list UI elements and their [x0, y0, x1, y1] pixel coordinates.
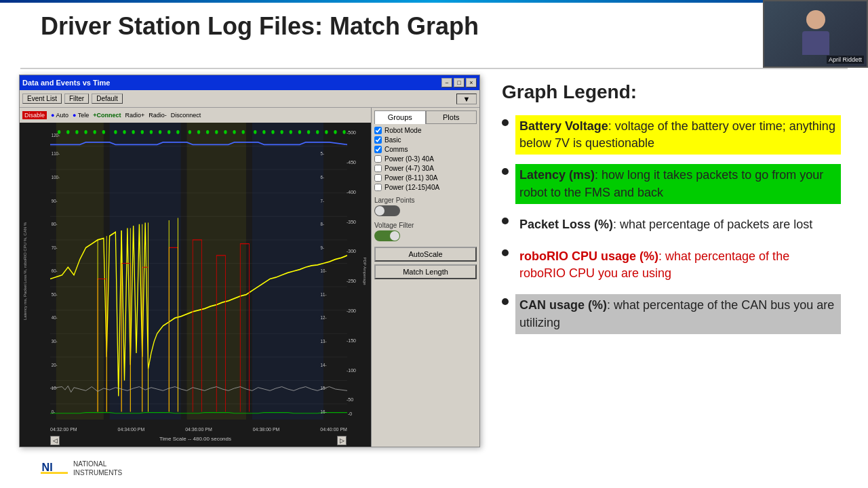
larger-points-toggle[interactable] — [374, 205, 400, 216]
default-button[interactable]: Default — [92, 94, 123, 104]
svg-text:120-: 120- — [52, 132, 60, 138]
power03-checkbox[interactable] — [374, 155, 382, 163]
svg-point-43 — [298, 130, 301, 134]
y-axis-left-title: Latency ms, Packet Loss %, roboRIO CPU %… — [21, 123, 29, 420]
ni-logo-icon: NI — [41, 458, 68, 479]
power811-checkbox[interactable] — [374, 174, 382, 182]
maximize-button[interactable]: □ — [454, 78, 465, 87]
svg-point-28 — [159, 130, 161, 134]
svg-point-35 — [224, 130, 226, 134]
checkbox-list: Robot Mode Basic Comms Power (0-3) 40A P… — [374, 127, 477, 191]
svg-point-45 — [316, 130, 319, 134]
scroll-left-arrow[interactable]: ◁ — [50, 436, 60, 445]
svg-point-41 — [280, 130, 283, 134]
packet-loss-bold: Packet Loss (%) — [519, 218, 613, 231]
svg-text:15-: 15- — [321, 385, 327, 391]
power47-checkbox[interactable] — [374, 165, 382, 172]
comms-checkbox[interactable] — [374, 146, 382, 153]
plots-tab[interactable]: Plots — [426, 110, 477, 124]
slide-title: Driver Station Log Files: Match Graph — [41, 12, 479, 41]
svg-point-36 — [233, 130, 235, 134]
svg-point-39 — [262, 130, 265, 134]
roborio-bold: roboRIO CPU usage (%) — [519, 249, 658, 263]
presenter-silhouette — [799, 10, 833, 58]
svg-text:NI: NI — [42, 462, 53, 473]
svg-text:-400: -400 — [347, 188, 356, 195]
radio2-label: Radio- — [149, 112, 167, 119]
match-length-button[interactable]: Match Length — [374, 264, 477, 279]
svg-text:6-: 6- — [321, 174, 325, 180]
battery-voltage-bold: Battery Voltage — [519, 119, 608, 133]
disable-label: Disable — [22, 111, 47, 119]
robot-mode-label: Robot Mode — [384, 127, 421, 134]
latency-bold: Latency (ms) — [519, 168, 595, 182]
filter-button[interactable]: Filter — [64, 94, 89, 104]
power1215-checkbox[interactable] — [374, 184, 382, 191]
voltage-filter-label: Voltage Filter — [374, 222, 477, 229]
minimize-button[interactable]: − — [441, 78, 452, 87]
svg-rect-16 — [252, 123, 323, 420]
svg-point-46 — [325, 130, 328, 134]
svg-point-48 — [342, 130, 345, 134]
bullet-latency — [502, 168, 509, 175]
larger-points-label: Larger Points — [374, 197, 477, 204]
roborio-text: roboRIO CPU usage (%): what percentage o… — [515, 245, 841, 285]
scroll-right-arrow[interactable]: ▷ — [337, 436, 347, 445]
svg-text:-200: -200 — [347, 308, 356, 314]
bullet-battery — [502, 119, 509, 126]
basic-item: Basic — [374, 136, 477, 144]
robot-mode-checkbox[interactable] — [374, 127, 382, 134]
basic-checkbox[interactable] — [374, 136, 382, 144]
svg-text:10-: 10- — [321, 268, 327, 274]
tele-label: ● Tele — [73, 112, 89, 119]
voltage-filter-toggle[interactable] — [374, 230, 400, 241]
svg-text:50-: 50- — [52, 291, 58, 298]
larger-points-knob — [375, 206, 384, 216]
voltage-filter-knob — [390, 231, 399, 241]
ni-logo-text: NATIONAL INSTRUMENTS — [73, 460, 122, 477]
battery-voltage-text: Battery Voltage: voltage of the battery … — [515, 115, 841, 155]
svg-rect-13 — [56, 123, 104, 420]
svg-text:8-: 8- — [321, 221, 325, 227]
autoscale-button[interactable]: AutoScale — [374, 247, 477, 262]
svg-point-30 — [176, 130, 179, 134]
power811-label: Power (8-11) 30A — [384, 174, 437, 182]
svg-point-38 — [254, 130, 256, 134]
svg-text:20-: 20- — [52, 362, 58, 368]
power1215-item: Power (12-15)40A — [374, 184, 477, 191]
webcam-name-label: April Riddett — [827, 56, 864, 64]
disconnect-label: Disconnect — [171, 112, 201, 119]
svg-text:100-: 100- — [52, 174, 60, 180]
svg-point-44 — [307, 130, 310, 134]
webcam-inset: April Riddett — [763, 0, 868, 68]
svg-point-33 — [206, 130, 209, 134]
window-content: Disable ● Auto ● Tele +Connect Radio+ Ra… — [20, 108, 479, 447]
bullet-roborio — [502, 249, 509, 256]
svg-text:0-: 0- — [52, 409, 56, 415]
legend-roborio-cpu: roboRIO CPU usage (%): what percentage o… — [502, 245, 841, 285]
packet-loss-rest: : what percentage of packets are lost — [613, 218, 812, 231]
groups-plots-tabs: Groups Plots — [374, 110, 477, 124]
latency-text: Latency (ms): how long it takes packets … — [515, 164, 841, 203]
svg-point-20 — [84, 130, 87, 134]
svg-text:16-: 16- — [321, 409, 327, 415]
svg-text:-150: -150 — [347, 337, 356, 344]
title-divider — [20, 68, 848, 69]
svg-point-18 — [66, 130, 69, 134]
app-window: Data and Events vs Time − □ × Event List… — [19, 75, 480, 447]
event-toolbar: Disable ● Auto ● Tele +Connect Radio+ Ra… — [20, 108, 371, 123]
bullet-can — [502, 298, 509, 305]
groups-tab[interactable]: Groups — [374, 110, 426, 124]
svg-point-34 — [215, 130, 218, 134]
top-accent-bar — [0, 0, 868, 3]
bullet-packet-loss — [502, 218, 509, 224]
close-button[interactable]: × — [466, 78, 477, 87]
svg-text:-500: -500 — [347, 129, 356, 136]
can-usage-bold: CAN usage (%) — [519, 298, 607, 312]
event-list-button[interactable]: Event List — [22, 94, 62, 104]
toolbar-dropdown[interactable]: ▼ — [456, 94, 477, 104]
svg-text:14-: 14- — [321, 362, 327, 368]
svg-point-42 — [290, 130, 292, 134]
window-controls: − □ × — [441, 78, 477, 87]
svg-point-40 — [271, 130, 274, 134]
